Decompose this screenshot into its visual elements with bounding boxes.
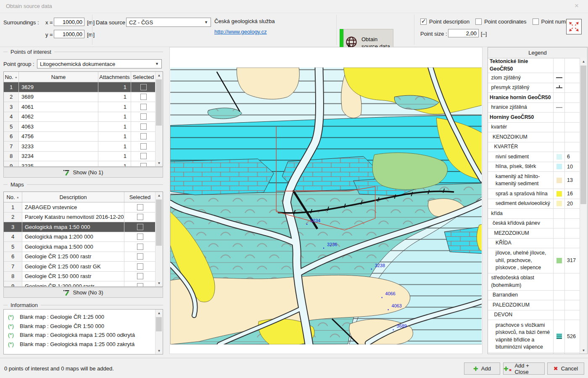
points-row[interactable]: 440621 [4,112,156,122]
col-selected[interactable]: Selected [124,192,156,202]
legend-row[interactable]: KŘÍDA [488,239,580,249]
points-row[interactable]: 732331 [4,142,156,152]
checkbox[interactable] [140,104,147,110]
legend-row[interactable]: česká křídová pánev [488,219,580,229]
checkbox[interactable] [140,143,147,150]
legend-row[interactable]: sediment deluvioeolický20 [488,199,580,209]
points-row[interactable]: 540631 [4,122,156,132]
maps-scrollbar[interactable]: ▲ ▼ [155,192,163,286]
option-point-description[interactable]: Point description [420,18,469,25]
zoom-to-fit-button[interactable] [566,19,582,34]
legend-row[interactable]: DEVON [488,310,580,320]
point-group-select[interactable]: Litogeochemická dokumentace ▼ [37,59,162,68]
checkbox[interactable] [475,18,482,25]
checkbox[interactable] [420,18,427,25]
point-size-input[interactable] [448,29,479,37]
legend-row[interactable]: zlom zjištěný [488,73,580,83]
legend-row[interactable]: prachovce s vložkami pískovců, na bázi č… [488,320,580,353]
points-row[interactable]: 236891 [4,92,156,102]
scroll-thumb[interactable] [156,317,162,331]
maps-row[interactable]: 9Geologie ČR 1:200 000 rastr [4,281,156,287]
legend-row[interactable]: Barrandien [488,291,580,301]
legend-scrollbar[interactable]: ▲ ▼ [580,58,587,354]
legend-row[interactable]: křída [488,209,580,219]
legend-row[interactable]: KVARTÉR [488,142,580,152]
checkbox[interactable] [140,84,147,90]
legend-row[interactable]: středočeská oblast (bohemikum) [488,273,580,291]
col-name[interactable]: Name [19,72,98,82]
checkbox[interactable] [137,253,143,260]
cancel-button[interactable]: ✖ Cancel [547,362,584,375]
legend-row[interactable]: jílovce, uhelné jílovce, uhlí, prachovce… [488,248,580,273]
add-button[interactable]: ✚ Add [464,362,500,375]
maps-row[interactable]: 6Geologie ČR 1:25 000 rastr [4,252,156,262]
col-selected[interactable]: Selected [131,72,156,82]
provider-link[interactable]: http://www.geology.cz [214,29,267,35]
legend-row[interactable]: KENOZOIKUM [488,132,580,142]
maps-row[interactable]: 3Geologická mapa 1:50 000 [4,222,156,232]
checkbox[interactable] [140,123,147,130]
points-row[interactable]: 136291 [4,82,156,92]
legend-row[interactable]: Horniny GeoČR50 [488,113,580,123]
checkbox[interactable] [140,153,147,159]
maps-row[interactable]: 1ZABAGED vrstevnice [4,202,156,213]
col-no[interactable]: No.▲ [4,192,22,202]
checkbox[interactable] [137,204,143,210]
checkbox[interactable] [137,263,143,270]
maps-row[interactable]: 2Parcely Katastru nemovitostí 2016-12-20 [4,213,156,223]
show-maps-button[interactable]: Show (No 3) [3,287,163,298]
information-scrollbar[interactable]: ▲ ▼ [155,310,163,354]
scroll-down-icon[interactable]: ▼ [156,280,163,286]
scroll-down-icon[interactable]: ▼ [156,347,163,354]
points-row[interactable]: 340611 [4,102,156,112]
maps-row[interactable]: 5Geologická mapa 1:500 000 [4,242,156,252]
maps-row[interactable]: 4Geologická mapa 1:200 000 [4,232,156,242]
checkbox[interactable] [533,18,539,25]
legend-row[interactable]: PALEOZOIKUM [488,300,580,310]
scroll-down-icon[interactable]: ▼ [156,160,163,166]
x-input[interactable] [54,18,84,26]
close-icon[interactable]: × [575,2,579,10]
add-close-button[interactable]: ✚✖ Add + Close [503,362,545,375]
checkbox[interactable] [137,224,143,230]
checkbox[interactable] [140,133,147,139]
legend-row[interactable]: kamenitý až hlinito-kamenitý sediment13 [488,172,580,189]
checkbox[interactable] [137,214,143,220]
scroll-down-icon[interactable]: ▼ [580,347,587,354]
data-source-select[interactable]: CZ - ČGS ▼ [126,18,211,27]
y-input[interactable] [54,30,84,38]
scroll-up-icon[interactable]: ▲ [156,72,163,79]
checkbox[interactable] [137,283,143,287]
scroll-up-icon[interactable]: ▲ [156,192,163,199]
legend-row[interactable]: Tektonické linie GeoČR50 [488,58,580,73]
checkbox[interactable] [137,273,143,279]
legend-row[interactable]: Hranice hornin GeoČR50 [488,93,580,103]
legend-row[interactable]: hranice zjištěná [488,103,580,113]
points-row[interactable]: 647561 [4,132,156,142]
col-attachments[interactable]: Attachments [98,72,131,82]
checkbox[interactable] [140,163,147,167]
points-scrollbar[interactable]: ▲ ▼ [155,72,163,166]
show-points-button[interactable]: Show (No 1) [3,167,163,178]
checkbox[interactable] [137,234,143,240]
legend-row[interactable]: hlína, písek, štěrk10 [488,162,580,172]
legend-row[interactable]: MEZOZOIKUM [488,228,580,239]
checkbox[interactable] [140,94,147,100]
maps-row[interactable]: 8Geologie ČR 1:50 000 rastr [4,272,156,282]
legend-row[interactable]: spraš a sprašová hlína16 [488,189,580,199]
scroll-thumb[interactable] [580,66,586,204]
option-point-coordinates[interactable]: Point coordinates [475,18,526,25]
checkbox[interactable] [140,113,147,120]
checkbox[interactable] [137,244,143,250]
col-no[interactable]: No.▲ [4,72,19,82]
points-row[interactable]: 832341 [4,152,156,162]
scroll-up-icon[interactable]: ▲ [580,58,587,65]
legend-row[interactable]: nivní sediment6 [488,152,580,162]
scroll-thumb[interactable] [156,79,162,126]
legend-row[interactable]: kvartér [488,123,580,133]
map-view[interactable]: 323432363238406640633689 [169,47,483,354]
col-description[interactable]: Description [22,192,124,202]
scroll-up-icon[interactable]: ▲ [156,310,163,316]
legend-row[interactable]: přesmyk zjištěný [488,83,580,93]
scroll-thumb[interactable] [156,200,162,246]
